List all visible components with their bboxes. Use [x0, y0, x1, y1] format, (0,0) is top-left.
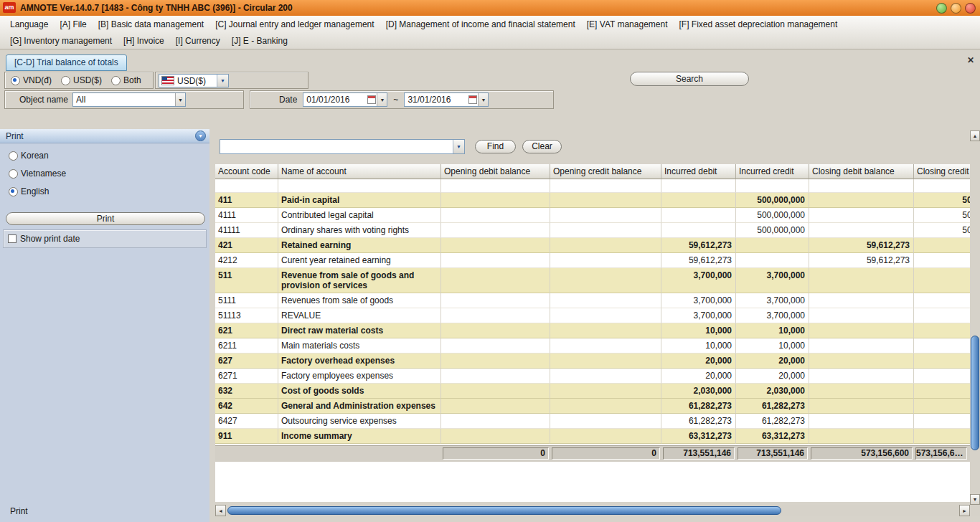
cell-name[interactable]: Revenue from sale of goods and provision…	[278, 268, 441, 293]
column-header[interactable]: Closing debit balance	[809, 164, 914, 179]
cell-closing_credit[interactable]	[914, 253, 970, 268]
menu-item[interactable]: [E] VAT management	[581, 19, 674, 29]
cell-closing_debit[interactable]	[809, 323, 914, 338]
cell-code[interactable]: 5111	[215, 293, 278, 308]
cell-opening_debit[interactable]	[441, 208, 550, 223]
cell-closing_debit[interactable]	[809, 223, 914, 238]
column-header[interactable]: Incurred debit	[661, 164, 736, 179]
cell-closing_credit[interactable]	[914, 338, 970, 353]
cell-incurred_debit[interactable]: 3,700,000	[661, 293, 736, 308]
column-header[interactable]: Opening credit balance	[550, 164, 661, 179]
currency-radio[interactable]: Both	[111, 75, 141, 85]
clear-button[interactable]: Clear	[522, 140, 562, 153]
cell-name[interactable]: Ordinary shares with voting rights	[278, 223, 441, 238]
cell-opening_credit[interactable]	[550, 414, 661, 429]
cell-code[interactable]: 627	[215, 353, 278, 369]
cell-opening_credit[interactable]	[550, 268, 661, 293]
cell-opening_credit[interactable]	[550, 208, 661, 223]
cell-opening_debit[interactable]	[441, 384, 550, 399]
cell-incurred_debit[interactable]: 10,000	[661, 323, 736, 338]
cell-opening_debit[interactable]	[441, 223, 550, 238]
cell-closing_debit[interactable]	[809, 429, 914, 444]
column-header[interactable]: Account code	[215, 164, 278, 179]
cell-incurred_debit[interactable]: 61,282,273	[661, 399, 736, 414]
cell-code[interactable]: 6427	[215, 414, 278, 429]
cell-closing_credit[interactable]	[914, 323, 970, 338]
cell-incurred_credit[interactable]	[736, 179, 809, 193]
menu-item[interactable]: Language	[4, 19, 54, 29]
currency-radio[interactable]: USD($)	[61, 75, 102, 85]
currency-radio[interactable]: VND(đ)	[11, 75, 52, 85]
cell-code[interactable]	[215, 179, 278, 193]
close-icon[interactable]: ✕	[967, 56, 974, 65]
tab-trial-balance[interactable]: [C-D] Trial balance of totals	[6, 54, 127, 71]
cell-closing_debit[interactable]	[809, 268, 914, 293]
cell-code[interactable]: 51113	[215, 308, 278, 323]
cell-opening_debit[interactable]	[441, 399, 550, 414]
show-print-date-row[interactable]: Show print date	[3, 229, 207, 248]
menu-item[interactable]: [G] Inventory management	[4, 36, 118, 46]
table-row[interactable]: 642General and Administration expenses61…	[215, 399, 970, 414]
chevron-down-icon[interactable]: ▼	[453, 140, 464, 153]
grid-search-input[interactable]: ▼	[220, 139, 465, 154]
cell-incurred_credit[interactable]: 10,000	[736, 338, 809, 353]
scroll-left-icon[interactable]: ◄	[215, 505, 226, 516]
table-row[interactable]: 41111Ordinary shares with voting rights5…	[215, 223, 970, 238]
cell-opening_debit[interactable]	[441, 308, 550, 323]
cell-closing_debit[interactable]	[809, 414, 914, 429]
cell-code[interactable]: 511	[215, 268, 278, 293]
print-panel-header[interactable]: Print ▼	[0, 129, 209, 143]
menu-item[interactable]: [B] Basic data management	[93, 19, 209, 29]
cell-opening_debit[interactable]	[441, 353, 550, 369]
cell-opening_debit[interactable]	[441, 193, 550, 208]
collapse-toggle-icon[interactable]: ▼	[195, 130, 206, 141]
table-row[interactable]: 4212Curent year retained earning59,612,2…	[215, 253, 970, 268]
cell-incurred_credit[interactable]: 500,000,000	[736, 223, 809, 238]
window-control-orange[interactable]	[951, 3, 961, 14]
table-row[interactable]: 5111Revenues from sale of goods3,700,000…	[215, 293, 970, 308]
cell-opening_debit[interactable]	[441, 293, 550, 308]
cell-incurred_credit[interactable]: 3,700,000	[736, 293, 809, 308]
cell-name[interactable]: Main materials costs	[278, 338, 441, 353]
cell-opening_credit[interactable]	[550, 369, 661, 384]
cell-opening_credit[interactable]	[550, 323, 661, 338]
language-radio[interactable]: Vietnamese	[9, 169, 66, 179]
find-button[interactable]: Find	[475, 140, 516, 153]
cell-closing_credit[interactable]	[914, 293, 970, 308]
cell-incurred_credit[interactable]: 63,312,273	[736, 429, 809, 444]
cell-incurred_debit[interactable]: 3,700,000	[661, 308, 736, 323]
cell-incurred_credit[interactable]: 500,000,000	[736, 193, 809, 208]
cell-closing_debit[interactable]	[809, 193, 914, 208]
cell-name[interactable]: Revenues from sale of goods	[278, 293, 441, 308]
table-row[interactable]: 6427Outsourcing service expenses61,282,2…	[215, 414, 970, 429]
cell-closing_credit[interactable]	[914, 399, 970, 414]
cell-incurred_debit[interactable]	[661, 208, 736, 223]
cell-incurred_debit[interactable]: 20,000	[661, 353, 736, 369]
cell-incurred_credit[interactable]: 20,000	[736, 353, 809, 369]
language-radio[interactable]: English	[9, 186, 66, 196]
cell-opening_debit[interactable]	[441, 338, 550, 353]
print-button[interactable]: Print	[6, 212, 205, 225]
cell-closing_credit[interactable]	[914, 429, 970, 444]
cell-opening_debit[interactable]	[441, 414, 550, 429]
cell-incurred_debit[interactable]: 61,282,273	[661, 414, 736, 429]
cell-code[interactable]: 621	[215, 323, 278, 338]
date-to-input[interactable]: 31/01/2016 ▼	[404, 92, 489, 107]
cell-code[interactable]: 6211	[215, 338, 278, 353]
column-header[interactable]: Incurred credit	[736, 164, 809, 179]
chevron-down-icon[interactable]: ▼	[377, 93, 387, 106]
cell-opening_debit[interactable]	[441, 179, 550, 193]
cell-incurred_credit[interactable]: 3,700,000	[736, 268, 809, 293]
scroll-right-icon[interactable]: ►	[959, 505, 970, 516]
cell-closing_credit[interactable]	[914, 238, 970, 253]
cell-opening_debit[interactable]	[441, 268, 550, 293]
cell-closing_credit[interactable]: 500,000,000	[914, 208, 970, 223]
cell-code[interactable]: 632	[215, 384, 278, 399]
scroll-up-icon[interactable]: ▲	[970, 130, 980, 141]
cell-closing_credit[interactable]: 500,000,000	[914, 193, 970, 208]
cell-opening_debit[interactable]	[441, 238, 550, 253]
cell-incurred_debit[interactable]: 20,000	[661, 369, 736, 384]
column-header[interactable]: Name of account	[278, 164, 441, 179]
cell-name[interactable]: Income summary	[278, 429, 441, 444]
cell-incurred_credit[interactable]: 500,000,000	[736, 208, 809, 223]
